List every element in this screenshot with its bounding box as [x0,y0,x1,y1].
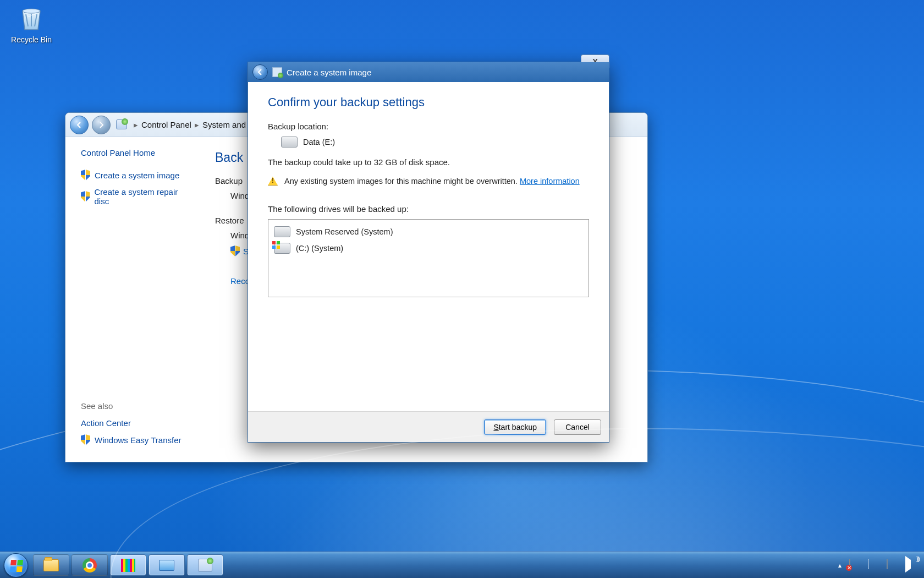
recycle-bin[interactable]: Recycle Bin [7,4,56,44]
backup-icon [198,559,212,572]
control-panel-home-link[interactable]: Control Panel Home [81,148,192,157]
button-label-rest: tart backup [499,423,537,432]
overwrite-warning-row: Any existing system images for this mach… [268,177,589,186]
wizard-heading: Confirm your backup settings [268,95,589,110]
taskbar-chrome[interactable] [72,554,108,576]
tray-action-center-icon[interactable] [849,560,860,571]
taskbar-control-panel[interactable] [148,554,185,576]
see-also-action-center[interactable]: Action Center [81,418,202,428]
drive-list-item: (C:) (System) [274,243,585,254]
control-panel-sidebar: Control Panel Home Create a system image… [65,137,200,462]
drive-name: (C:) (System) [296,244,343,253]
taskbar: ▴ [0,552,924,578]
recycle-bin-icon [17,4,46,33]
size-estimate-text: The backup could take up to 32 GB of dis… [268,157,589,167]
drive-list-item: System Reserved (System) [274,226,585,237]
sidebar-item-label: Create a system image [95,171,179,180]
see-also-section: See also Action Center Windows Easy Tran… [81,401,202,452]
link-label: Windows Easy Transfer [95,435,182,445]
backup-location-value: Data (E:) [303,138,335,146]
sidebar-create-system-image[interactable]: Create a system image [81,170,192,181]
system-image-icon [272,67,282,77]
drives-list: System Reserved (System) (C:) (System) [268,219,589,297]
see-also-easy-transfer[interactable]: Windows Easy Transfer [81,434,202,445]
control-panel-icon [116,119,127,130]
warning-icon [268,177,278,186]
tray-network-icon[interactable] [887,560,898,571]
tray-show-hidden-icons[interactable]: ▴ [838,561,842,569]
drive-icon [274,243,290,254]
nav-back-button[interactable] [70,116,89,134]
sidebar-item-label: Create a system repair disc [95,187,192,206]
overwrite-warning-text: Any existing system images for this mach… [284,177,518,186]
drive-icon [274,226,290,237]
shield-icon [81,434,90,445]
svg-point-0 [23,9,40,13]
breadcrumb[interactable]: ▸ Control Panel ▸ System and Se [134,120,258,130]
taskbar-explorer[interactable] [33,554,69,576]
start-button[interactable] [0,552,32,578]
shield-icon [81,191,90,202]
backup-location-label: Backup location: [268,122,589,131]
tray-volume-icon[interactable] [905,560,916,571]
tray-onedrive-icon[interactable] [868,560,879,571]
system-tray: ▴ [831,552,924,578]
folder-icon [43,559,59,571]
start-backup-button[interactable]: Start backup [484,419,546,435]
shield-icon [230,246,240,257]
wizard-footer: Start backup Cancel [248,411,609,442]
mnemonic: S [493,423,498,432]
drive-name: System Reserved (System) [296,227,393,236]
wizard-back-button[interactable] [252,64,268,80]
taskbar-backup-wizard[interactable] [187,554,223,576]
wizard-title-text: Create a system image [287,68,371,77]
see-also-header: See also [81,401,202,411]
link-label: Action Center [81,418,131,428]
drives-label: The following drives will be backed up: [268,204,589,214]
backup-location-value-row: Data (E:) [281,137,589,148]
cancel-button[interactable]: Cancel [554,419,601,435]
wizard-titlebar[interactable]: Create a system image [248,62,609,82]
app-icon [121,559,135,572]
chrome-icon [82,558,97,572]
breadcrumb-root[interactable]: Control Panel [141,120,191,129]
sidebar-create-repair-disc[interactable]: Create a system repair disc [81,187,192,206]
recycle-bin-label: Recycle Bin [7,35,56,44]
create-system-image-window: X Create a system image Confirm your bac… [248,62,609,443]
taskbar-app-1[interactable] [110,554,146,576]
shield-icon [81,170,90,181]
wizard-body: Confirm your backup settings Backup loca… [248,82,609,411]
nav-forward-button[interactable] [92,116,111,134]
start-orb-icon [4,553,28,577]
more-information-link[interactable]: More information [520,177,580,186]
control-panel-icon [159,560,174,571]
drive-icon [281,137,298,148]
